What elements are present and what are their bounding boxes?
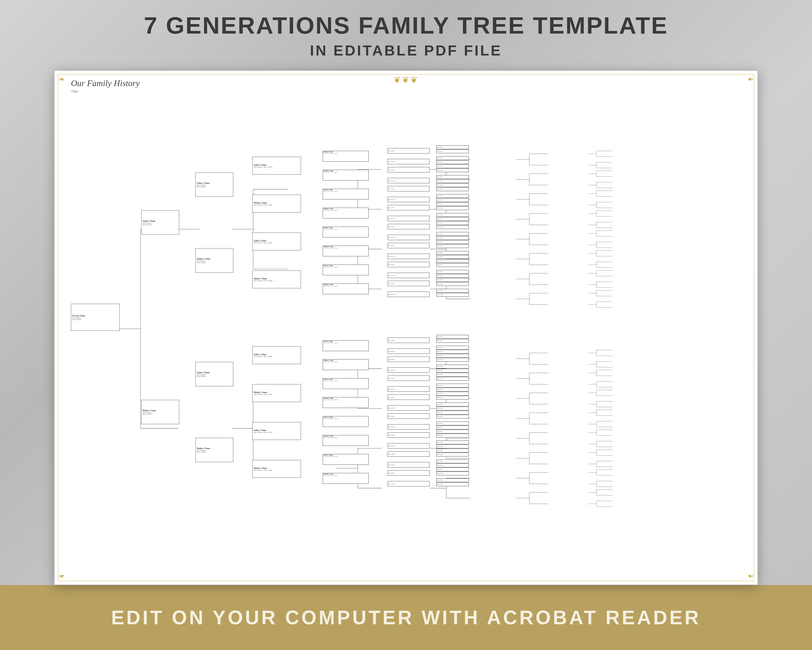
gen6-25[interactable]: Father's Name [388,413,430,419]
gen7-30[interactable]: Mother's Name [436,282,469,286]
gen7-56[interactable]: Mother's Name [436,444,469,448]
gen7-33[interactable]: Father's Name [436,335,469,339]
gen7-50[interactable]: Mother's Name [436,415,469,418]
gen5-3[interactable]: Father's Name Date of Birth · Place of B… [323,189,369,200]
gen7-61[interactable]: Father's Name [436,467,469,471]
gen7-8[interactable]: Mother's Name [436,179,469,183]
gen3-ff[interactable]: Father's Name Date of Birth Place of Bir… [195,172,233,197]
gen7-34[interactable]: Mother's Name [436,339,469,343]
gen5-11[interactable]: Father's Name Date of Birth · Place of B… [323,378,369,389]
gen7-53[interactable]: Father's Name [436,430,469,433]
gen7-39[interactable]: Father's Name [436,365,469,368]
gen7-31[interactable]: Father's Name [436,289,469,293]
gen6-28[interactable]: Mother's Name [388,443,430,449]
gen5-4[interactable]: Mother's Name Date of Birth · Place of B… [323,208,369,218]
gen6-17[interactable]: Father's Name [388,337,430,343]
gen5-2[interactable]: Mother's Name Date of Birth · Place of B… [323,170,369,180]
gen7-1[interactable]: Father's Name [436,145,469,149]
gen7-46[interactable]: Mother's Name [436,396,469,400]
gen7-26[interactable]: Mother's Name [436,263,469,267]
gen4-ffm[interactable]: Mother's Name Date of Birth · Place of B… [252,195,301,212]
gen7-5[interactable]: Father's Name [436,164,469,168]
gen6-29[interactable]: Father's Name [388,451,430,457]
gen7-12[interactable]: Mother's Name [436,198,469,202]
gen6-16[interactable]: Mother's Name [388,291,430,297]
gen5-16[interactable]: Mother's Name Date of Birth · Place of B… [323,473,369,484]
gen3-fm[interactable]: Mother's Name Date of Birth Place of Bir… [195,248,233,273]
gen6-3[interactable]: Father's Name [388,167,430,172]
gen6-31[interactable]: Father's Name [388,470,430,476]
gen7-35[interactable]: Father's Name [436,346,469,349]
gen6-27[interactable]: Father's Name [388,432,430,438]
gen7-60[interactable]: Mother's Name [436,464,469,467]
gen5-1[interactable]: Father's Name Date of Birth · Place of B… [323,151,369,162]
gen2-father[interactable]: Father's Name Date of Birth Place of Bir… [141,211,179,235]
gen7-41[interactable]: Father's Name [436,373,469,377]
gen7-32[interactable]: Mother's Name [436,293,469,297]
gen7-9[interactable]: Father's Name [436,183,469,187]
gen7-54[interactable]: Mother's Name [436,434,469,438]
gen7-59[interactable]: Father's Name [436,459,469,463]
gen1-root[interactable]: Person's Name Date of Birth Place of Bir… [71,304,120,331]
gen6-1[interactable]: Father's Name [388,148,430,154]
gen6-14[interactable]: Mother's Name [388,273,430,278]
gen6-24[interactable]: Mother's Name [388,405,430,411]
gen7-24[interactable]: Mother's Name [436,255,469,259]
gen6-20[interactable]: Mother's Name [388,368,430,373]
gen6-12[interactable]: Mother's Name [388,254,430,259]
gen7-19[interactable]: Father's Name [436,232,469,236]
gen7-36[interactable]: Mother's Name [436,350,469,354]
gen7-37[interactable]: Father's Name [436,354,469,358]
gen4-mfm[interactable]: Mother's Name Date of Birth · Place of B… [252,384,301,402]
gen7-20[interactable]: Mother's Name [436,236,469,240]
gen7-38[interactable]: Mother's Name [436,358,469,362]
gen5-7[interactable]: Father's Name Date of Birth · Place of B… [323,264,369,275]
gen3-mf[interactable]: Father's Name Date of Birth Place of Bir… [195,362,233,386]
gen7-4[interactable]: Mother's Name [436,160,469,164]
gen7-22[interactable]: Mother's Name [436,244,469,248]
gen6-9[interactable]: Father's Name [388,224,430,229]
gen7-21[interactable]: Father's Name [436,240,469,244]
gen6-4[interactable]: Mother's Name [388,178,430,183]
gen6-6[interactable]: Mother's Name [388,197,430,202]
gen5-15[interactable]: Father's Name Date of Birth · Place of B… [323,454,369,465]
gen6-21[interactable]: Father's Name [388,375,430,381]
gen6-23[interactable]: Father's Name [388,394,430,400]
gen5-5[interactable]: Father's Name Date of Birth · Place of B… [323,227,369,237]
gen6-30[interactable]: Mother's Name [388,462,430,467]
gen7-7[interactable]: Father's Name [436,175,469,179]
gen7-16[interactable]: Mother's Name [436,217,469,221]
gen4-fff[interactable]: Father's Name Date of Birth · Place of B… [252,157,301,175]
gen7-40[interactable]: Mother's Name [436,369,469,372]
gen7-58[interactable]: Mother's Name [436,453,469,456]
gen5-6[interactable]: Mother's Name Date of Birth · Place of B… [323,246,369,256]
gen6-26[interactable]: Mother's Name [388,424,430,430]
gen7-63[interactable]: Father's Name [436,478,469,482]
gen6-10[interactable]: Mother's Name [388,235,430,240]
gen6-2[interactable]: Mother's Name [388,159,430,164]
gen6-11[interactable]: Father's Name [388,243,430,248]
gen7-18[interactable]: Mother's Name [436,225,469,229]
gen7-42[interactable]: Mother's Name [436,377,469,381]
gen7-17[interactable]: Father's Name [436,221,469,225]
gen7-49[interactable]: Father's Name [436,411,469,415]
gen7-15[interactable]: Father's Name [436,213,469,217]
gen7-64[interactable]: Mother's Name [436,482,469,486]
gen3-mm[interactable]: Mother's Name Date of Birth Place of Bir… [195,438,233,462]
gen5-10[interactable]: Mother's Name Date of Birth · Place of B… [323,359,369,370]
gen6-7[interactable]: Father's Name [388,205,430,211]
gen7-57[interactable]: Father's Name [436,449,469,452]
gen7-44[interactable]: Mother's Name [436,388,469,391]
gen7-23[interactable]: Father's Name [436,251,469,255]
gen6-15[interactable]: Father's Name [388,281,430,286]
gen7-14[interactable]: Mother's Name [436,206,469,210]
gen7-43[interactable]: Father's Name [436,384,469,388]
gen6-5[interactable]: Father's Name [388,186,430,191]
gen6-18[interactable]: Mother's Name [388,348,430,354]
gen7-48[interactable]: Mother's Name [436,407,469,410]
gen5-12[interactable]: Mother's Name Date of Birth · Place of B… [323,397,369,408]
gen7-55[interactable]: Father's Name [436,441,469,444]
gen6-19[interactable]: Father's Name [388,357,430,362]
gen6-22[interactable]: Mother's Name [388,386,430,392]
gen4-fmf[interactable]: Father's Name Date of Birth · Place of B… [252,233,301,250]
